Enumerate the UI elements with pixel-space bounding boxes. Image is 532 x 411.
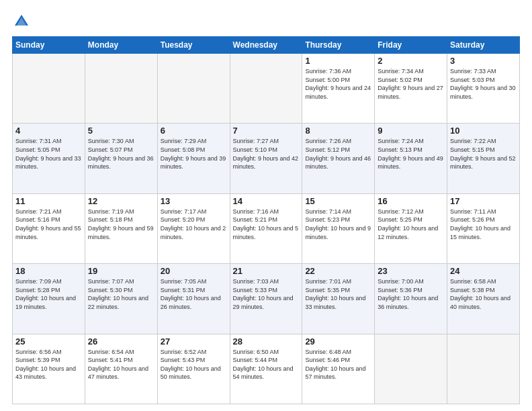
day-info: Sunrise: 6:48 AM Sunset: 5:46 PM Dayligh… [305,348,371,381]
calendar-cell: 22Sunrise: 7:01 AM Sunset: 5:35 PM Dayli… [302,264,375,334]
day-info: Sunrise: 6:56 AM Sunset: 5:39 PM Dayligh… [15,348,82,381]
day-info: Sunrise: 7:00 AM Sunset: 5:36 PM Dayligh… [378,277,444,311]
day-number: 9 [378,126,444,136]
calendar-cell: 25Sunrise: 6:56 AM Sunset: 5:39 PM Dayli… [13,334,85,404]
calendar-cell: 12Sunrise: 7:19 AM Sunset: 5:18 PM Dayli… [85,193,157,263]
day-number: 14 [233,196,300,206]
calendar-cell: 5Sunrise: 7:30 AM Sunset: 5:07 PM Daylig… [85,124,157,193]
day-info: Sunrise: 7:22 AM Sunset: 5:15 PM Dayligh… [450,137,517,171]
day-number: 21 [233,266,300,276]
calendar-header: SundayMondayTuesdayWednesdayThursdayFrid… [13,37,520,54]
day-number: 20 [161,266,227,276]
day-info: Sunrise: 7:31 AM Sunset: 5:05 PM Dayligh… [15,137,82,171]
day-number: 24 [450,266,517,276]
day-number: 29 [305,336,371,347]
calendar-cell: 27Sunrise: 6:52 AM Sunset: 5:43 PM Dayli… [157,334,230,404]
day-info: Sunrise: 7:33 AM Sunset: 5:03 PM Dayligh… [450,67,517,101]
calendar-cell: 29Sunrise: 6:48 AM Sunset: 5:46 PM Dayli… [302,334,375,404]
day-info: Sunrise: 7:12 AM Sunset: 5:25 PM Dayligh… [378,208,444,241]
calendar-cell: 26Sunrise: 6:54 AM Sunset: 5:41 PM Dayli… [85,334,157,404]
day-info: Sunrise: 7:19 AM Sunset: 5:18 PM Dayligh… [88,208,154,241]
day-number: 15 [305,196,371,206]
day-info: Sunrise: 7:03 AM Sunset: 5:33 PM Dayligh… [233,277,300,311]
calendar-cell: 2Sunrise: 7:34 AM Sunset: 5:02 PM Daylig… [375,54,447,124]
calendar-body: 1Sunrise: 7:36 AM Sunset: 5:00 PM Daylig… [13,54,520,404]
calendar-cell: 13Sunrise: 7:17 AM Sunset: 5:20 PM Dayli… [157,193,230,263]
day-number: 1 [305,56,371,66]
day-info: Sunrise: 7:29 AM Sunset: 5:08 PM Dayligh… [161,137,227,171]
day-number: 12 [88,196,154,206]
day-number: 3 [450,56,517,66]
calendar-cell: 10Sunrise: 7:22 AM Sunset: 5:15 PM Dayli… [447,124,520,193]
day-info: Sunrise: 6:52 AM Sunset: 5:43 PM Dayligh… [161,348,227,381]
calendar-week-row: 1Sunrise: 7:36 AM Sunset: 5:00 PM Daylig… [13,54,520,124]
day-number: 28 [233,336,300,347]
calendar-week-row: 25Sunrise: 6:56 AM Sunset: 5:39 PM Dayli… [13,334,520,404]
calendar-cell: 16Sunrise: 7:12 AM Sunset: 5:25 PM Dayli… [375,193,447,263]
day-of-week-header: Sunday [13,37,85,54]
day-info: Sunrise: 6:54 AM Sunset: 5:41 PM Dayligh… [88,348,154,381]
day-number: 2 [378,56,444,66]
calendar-cell [447,334,520,404]
day-of-week-header: Saturday [447,37,520,54]
day-number: 16 [378,196,444,206]
day-of-week-header: Monday [85,37,157,54]
calendar-cell: 23Sunrise: 7:00 AM Sunset: 5:36 PM Dayli… [375,264,447,334]
day-info: Sunrise: 7:07 AM Sunset: 5:30 PM Dayligh… [88,277,154,311]
day-number: 5 [88,126,154,136]
day-info: Sunrise: 7:34 AM Sunset: 5:02 PM Dayligh… [378,67,444,101]
calendar-cell: 24Sunrise: 6:58 AM Sunset: 5:38 PM Dayli… [447,264,520,334]
day-info: Sunrise: 7:17 AM Sunset: 5:20 PM Dayligh… [161,208,227,241]
calendar-cell: 19Sunrise: 7:07 AM Sunset: 5:30 PM Dayli… [85,264,157,334]
day-number: 18 [15,266,82,276]
day-number: 10 [450,126,517,136]
calendar-cell: 7Sunrise: 7:27 AM Sunset: 5:10 PM Daylig… [230,124,302,193]
day-info: Sunrise: 7:30 AM Sunset: 5:07 PM Dayligh… [88,137,154,171]
day-info: Sunrise: 6:58 AM Sunset: 5:38 PM Dayligh… [450,277,517,311]
day-number: 11 [15,196,82,206]
calendar-table: SundayMondayTuesdayWednesdayThursdayFrid… [12,36,520,404]
day-of-week-header: Friday [375,37,447,54]
calendar-week-row: 11Sunrise: 7:21 AM Sunset: 5:16 PM Dayli… [13,193,520,263]
calendar-cell: 17Sunrise: 7:11 AM Sunset: 5:26 PM Dayli… [447,193,520,263]
calendar-cell [85,54,157,124]
calendar-cell: 14Sunrise: 7:16 AM Sunset: 5:21 PM Dayli… [230,193,302,263]
day-info: Sunrise: 7:36 AM Sunset: 5:00 PM Dayligh… [305,67,371,101]
calendar-cell [13,54,85,124]
day-info: Sunrise: 6:50 AM Sunset: 5:44 PM Dayligh… [233,348,300,381]
day-info: Sunrise: 7:24 AM Sunset: 5:13 PM Dayligh… [378,137,444,171]
day-number: 8 [305,126,371,136]
day-number: 17 [450,196,517,206]
day-number: 6 [161,126,227,136]
calendar-cell [157,54,230,124]
day-info: Sunrise: 7:14 AM Sunset: 5:23 PM Dayligh… [305,208,371,241]
calendar-cell [375,334,447,404]
calendar-cell: 6Sunrise: 7:29 AM Sunset: 5:08 PM Daylig… [157,124,230,193]
day-number: 7 [233,126,300,136]
day-info: Sunrise: 7:27 AM Sunset: 5:10 PM Dayligh… [233,137,300,171]
calendar-page: SundayMondayTuesdayWednesdayThursdayFrid… [0,0,532,411]
day-number: 26 [88,336,154,347]
day-number: 22 [305,266,371,276]
calendar-cell: 8Sunrise: 7:26 AM Sunset: 5:12 PM Daylig… [302,124,375,193]
calendar-cell: 1Sunrise: 7:36 AM Sunset: 5:00 PM Daylig… [302,54,375,124]
logo [12,12,34,31]
day-info: Sunrise: 7:01 AM Sunset: 5:35 PM Dayligh… [305,277,371,311]
day-number: 23 [378,266,444,276]
day-number: 19 [88,266,154,276]
day-number: 13 [161,196,227,206]
calendar-cell: 28Sunrise: 6:50 AM Sunset: 5:44 PM Dayli… [230,334,302,404]
day-info: Sunrise: 7:05 AM Sunset: 5:31 PM Dayligh… [161,277,227,311]
day-info: Sunrise: 7:21 AM Sunset: 5:16 PM Dayligh… [15,208,82,241]
calendar-cell [230,54,302,124]
calendar-cell: 11Sunrise: 7:21 AM Sunset: 5:16 PM Dayli… [13,193,85,263]
day-info: Sunrise: 7:16 AM Sunset: 5:21 PM Dayligh… [233,208,300,241]
calendar-cell: 20Sunrise: 7:05 AM Sunset: 5:31 PM Dayli… [157,264,230,334]
calendar-cell: 4Sunrise: 7:31 AM Sunset: 5:05 PM Daylig… [13,124,85,193]
day-info: Sunrise: 7:26 AM Sunset: 5:12 PM Dayligh… [305,137,371,171]
day-of-week-header: Tuesday [157,37,230,54]
day-of-week-header: Wednesday [230,37,302,54]
header [12,12,520,31]
day-number: 25 [15,336,82,347]
day-info: Sunrise: 7:11 AM Sunset: 5:26 PM Dayligh… [450,208,517,241]
